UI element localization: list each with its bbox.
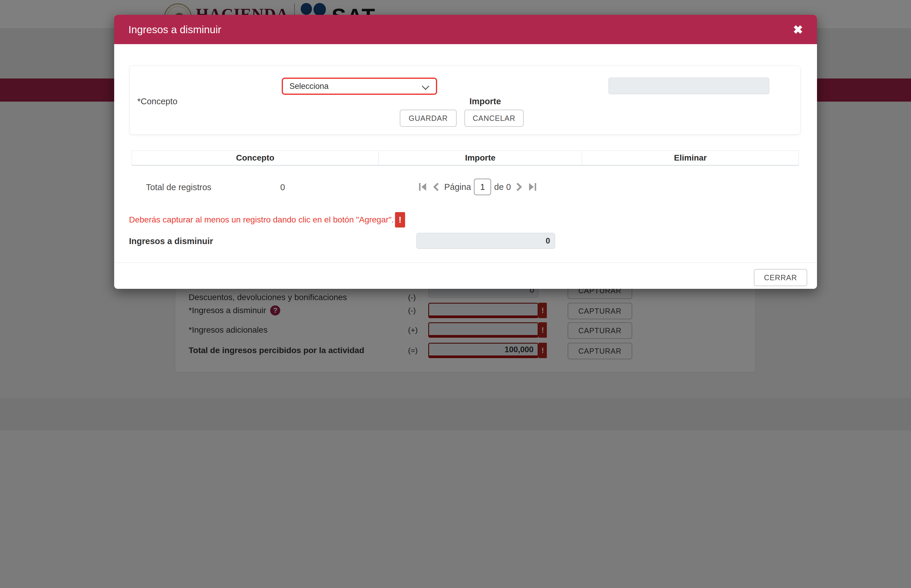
concepto-select-value: Selecciona (289, 82, 329, 91)
column-importe: Importe (378, 151, 582, 165)
page-of-label: de 0 (494, 182, 511, 192)
page-number-input[interactable]: 1 (474, 179, 491, 195)
summary-label: Ingresos a disminuir (129, 233, 213, 249)
total-registros-value: 0 (280, 179, 285, 195)
footer-divider (114, 262, 817, 263)
records-table-header: Concepto Importe Eliminar (132, 150, 799, 166)
warning-badge-icon: ! (395, 212, 405, 228)
modal-header: Ingresos a disminuir (114, 15, 817, 44)
modal-title: Ingresos a disminuir (128, 24, 221, 36)
cerrar-button[interactable]: CERRAR (754, 269, 807, 286)
first-page-icon[interactable] (418, 182, 428, 192)
chevron-down-icon (422, 82, 429, 90)
concepto-select[interactable]: Selecciona (282, 78, 437, 95)
column-eliminar: Eliminar (582, 151, 799, 165)
importe-label: Importe (469, 92, 501, 110)
guardar-button[interactable]: GUARDAR (400, 110, 457, 127)
cancelar-button[interactable]: CANCELAR (464, 110, 524, 127)
validation-warning: Deberás capturar al menos un registro da… (129, 212, 405, 228)
next-page-icon[interactable] (514, 182, 524, 192)
previous-page-icon[interactable] (431, 182, 441, 192)
close-icon[interactable]: ✖ (790, 21, 806, 38)
total-registros-label: Total de registros (146, 179, 211, 195)
pagination: Página 1 de 0 (418, 177, 537, 197)
last-page-icon[interactable] (527, 182, 537, 192)
importe-input[interactable] (608, 78, 769, 94)
summary-total-input: 0 (417, 233, 555, 249)
column-concepto: Concepto (132, 151, 378, 165)
ingresos-a-disminuir-modal: Ingresos a disminuir ✖ *Concepto Selecci… (114, 15, 817, 289)
concepto-label: *Concepto (137, 92, 177, 110)
page-label: Página (444, 182, 471, 192)
warning-text: Deberás capturar al menos un registro da… (129, 215, 394, 225)
